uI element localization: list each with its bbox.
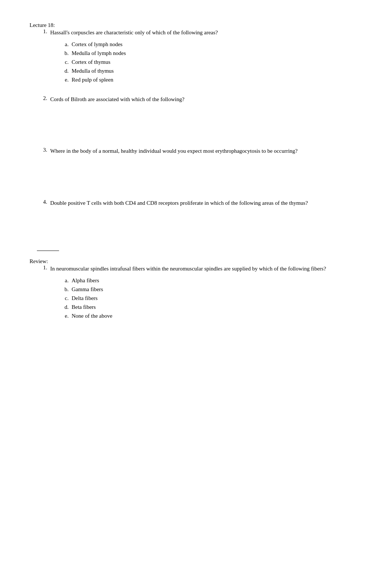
review-answer-1d-text: Beta fibers [72, 303, 96, 311]
review-questions-list: 1. In neuromuscular spindles intrafusal … [37, 265, 362, 320]
review-answer-1b-text: Gamma fibers [72, 285, 103, 294]
question-1-content: Hassall's corpuscles are characteristic … [50, 28, 362, 84]
answer-1e: e. Red pulp of spleen [61, 75, 362, 84]
answer-1b-text: Medulla of lymph nodes [72, 49, 126, 58]
question-3-text: Where in the body of a normal, healthy i… [50, 147, 362, 155]
review-question-1-text: In neuromuscular spindles intrafusal fib… [50, 265, 362, 273]
lecture-question-2: 2. Cords of Bilroth are associated with … [37, 95, 362, 136]
review-answer-1a: a. Alpha fibers [61, 276, 362, 285]
review-answer-1e: e. None of the above [61, 311, 362, 320]
question-2-spacer [50, 106, 362, 136]
question-1-answers: a. Cortex of lymph nodes b. Medulla of l… [61, 40, 362, 84]
review-question-number-1: 1. [37, 265, 47, 320]
question-2-text: Cords of Bilroth are associated with whi… [50, 95, 362, 104]
answer-1c: c. Cortex of thymus [61, 58, 362, 66]
review-section: Review: 1. In neuromuscular spindles int… [30, 258, 362, 320]
answer-1d: d. Medulla of thymus [61, 66, 362, 75]
question-number-3: 3. [37, 147, 47, 188]
lecture-section: Lecture 18: 1. Hassall's corpuscles are … [30, 22, 362, 239]
lecture-question-4: 4. Double positive T cells with both CD4… [37, 199, 362, 240]
review-title: Review: [30, 258, 362, 265]
section-divider [37, 251, 59, 251]
question-number-4: 4. [37, 199, 47, 240]
lecture-title: Lecture 18: [30, 22, 362, 28]
answer-1b: b. Medulla of lymph nodes [61, 49, 362, 58]
answer-1d-text: Medulla of thymus [72, 66, 114, 75]
review-question-1-answers: a. Alpha fibers b. Gamma fibers c. Delta… [61, 276, 362, 320]
question-number-1: 1. [37, 28, 47, 84]
question-2-content: Cords of Bilroth are associated with whi… [50, 95, 362, 136]
answer-1a-text: Cortex of lymph nodes [72, 40, 123, 49]
review-question-1-content: In neuromuscular spindles intrafusal fib… [50, 265, 362, 320]
lecture-questions-list: 1. Hassall's corpuscles are characterist… [37, 28, 362, 239]
question-4-content: Double positive T cells with both CD4 an… [50, 199, 362, 240]
question-3-content: Where in the body of a normal, healthy i… [50, 147, 362, 188]
question-1-text: Hassall's corpuscles are characteristic … [50, 28, 362, 37]
review-answer-1e-text: None of the above [72, 311, 112, 320]
answer-1a: a. Cortex of lymph nodes [61, 40, 362, 49]
review-answer-1a-text: Alpha fibers [72, 276, 99, 285]
question-4-text: Double positive T cells with both CD4 an… [50, 199, 362, 207]
answer-1e-text: Red pulp of spleen [72, 75, 113, 84]
review-answer-1d: d. Beta fibers [61, 303, 362, 311]
review-question-1: 1. In neuromuscular spindles intrafusal … [37, 265, 362, 320]
question-number-2: 2. [37, 95, 47, 136]
review-answer-1c-text: Delta fibers [72, 294, 97, 303]
lecture-question-1: 1. Hassall's corpuscles are characterist… [37, 28, 362, 84]
question-3-spacer [50, 158, 362, 188]
lecture-question-3: 3. Where in the body of a normal, health… [37, 147, 362, 188]
review-answer-1b: b. Gamma fibers [61, 285, 362, 294]
review-answer-1c: c. Delta fibers [61, 294, 362, 303]
answer-1c-text: Cortex of thymus [72, 58, 110, 66]
question-4-spacer [50, 210, 362, 239]
